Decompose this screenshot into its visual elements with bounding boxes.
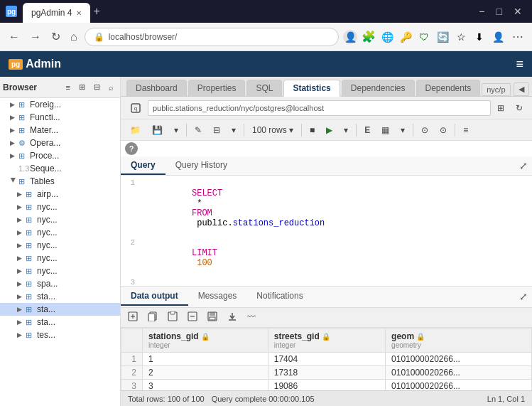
sidebar-item-sta1[interactable]: ▶ ⊞ sta...	[0, 290, 120, 303]
win-close-btn[interactable]: ✕	[509, 6, 526, 17]
col-header-streets-gid[interactable]: streets_gid 🔒 integer	[268, 328, 385, 352]
browser-tab[interactable]: pgAdmin 4 ✕	[23, 3, 90, 23]
chart-dropdown-btn[interactable]: ▾	[396, 123, 410, 137]
address-bar[interactable]: 🔒 localhost/browser/	[85, 28, 339, 46]
sidebar-item-sta3[interactable]: ▶ ⊞ sta...	[0, 316, 120, 328]
output-chart-btn[interactable]: 〰	[243, 310, 260, 324]
expand-query-btn[interactable]: ⤢	[515, 160, 532, 171]
sidebar-item-functi[interactable]: ▶ ⊞ Functi...	[0, 111, 120, 124]
stop-btn[interactable]: ■	[305, 123, 320, 137]
output-save-btn[interactable]	[203, 309, 222, 326]
output-paste-btn[interactable]	[163, 309, 182, 326]
output-area: Data output Messages Notifications ⤢	[121, 287, 532, 391]
sidebar-grid-btn[interactable]: ⊞	[75, 80, 89, 94]
col-header-geom[interactable]: geom 🔒 geometry	[386, 328, 532, 352]
edit-btn[interactable]: ✎	[190, 123, 207, 137]
rollback-btn[interactable]: ⊙	[435, 123, 452, 137]
tab-query[interactable]: Query	[121, 156, 165, 175]
extensions-icon: 🧩	[362, 30, 376, 44]
tree-item-label: Foreig...	[30, 100, 61, 109]
new-tab-btn[interactable]: +	[93, 5, 99, 18]
open-file-btn[interactable]: 📁	[125, 123, 146, 137]
commit-btn[interactable]: ⊙	[416, 123, 433, 137]
filter-btn[interactable]: ⊟	[208, 123, 225, 137]
output-copy-btn[interactable]	[143, 309, 162, 326]
rows-select-btn[interactable]: 100 rows ▾	[247, 123, 298, 137]
refresh-btn[interactable]: ↻	[48, 28, 63, 45]
sidebar-item-opera[interactable]: ▶ ⚙ Opera...	[0, 137, 120, 149]
code-editor[interactable]: 1 SELECT * FROM public.stations_reductio…	[121, 176, 532, 287]
forward-btn[interactable]: →	[27, 29, 44, 45]
tree-item-icon: ⚙	[18, 139, 28, 148]
tab-data-output[interactable]: Data output	[121, 287, 188, 306]
refresh-path-btn[interactable]: ↻	[511, 101, 528, 115]
home-btn[interactable]: ⌂	[67, 29, 80, 45]
paste-icon	[168, 311, 178, 321]
tab-messages[interactable]: Messages	[188, 287, 247, 306]
browser-toolbar-icons: 👤 🧩 🌐 🔑 🛡 🔄 ☆ ⬇ 👤 ⋯	[343, 28, 526, 45]
sidebar-item-nyc1[interactable]: ▶ ⊞ nyc...	[0, 201, 120, 213]
help-btn[interactable]: ?	[125, 142, 138, 155]
tree-item-label: Proce...	[30, 151, 59, 161]
explain-btn[interactable]: E	[359, 123, 375, 137]
sidebar-search-btn[interactable]: ⌕	[105, 80, 117, 94]
output-download-btn[interactable]	[223, 309, 241, 326]
table-row[interactable]: 2 2 17318 0101000020266...	[121, 365, 532, 379]
tab-dependencies[interactable]: Dependencies	[342, 80, 415, 96]
tab-context-label[interactable]: nyc/p	[482, 83, 510, 96]
tab-dependents[interactable]: Dependents	[416, 80, 481, 96]
sidebar-item-nyc2[interactable]: ▶ ⊞ nyc...	[0, 213, 120, 226]
sidebar-minus-btn[interactable]: ⊟	[90, 80, 104, 94]
output-add-btn[interactable]	[124, 309, 142, 326]
tab-close-btn[interactable]: ✕	[76, 9, 82, 17]
tab-dashboard[interactable]: Dashboard	[126, 80, 187, 96]
sidebar-item-foreign[interactable]: ▶ ⊞ Foreig...	[0, 98, 120, 111]
tree-item-icon: ⊞	[26, 241, 36, 250]
sidebar-item-airp[interactable]: ▶ ⊞ airp...	[0, 188, 120, 201]
sidebar-item-nyc4[interactable]: ▶ ⊞ nyc...	[0, 239, 120, 252]
sidebar-item-tables[interactable]: ▶ ⊞ Tables	[0, 175, 120, 188]
line-num-2: 2	[121, 238, 141, 247]
tab-title: pgAdmin 4	[31, 8, 72, 18]
sidebar-item-mater[interactable]: ▶ ⊞ Mater...	[0, 124, 120, 137]
table-row[interactable]: 1 1 17404 0101000020266...	[121, 352, 532, 365]
more-btn[interactable]: ⋯	[509, 28, 526, 45]
output-delete-btn[interactable]	[183, 309, 202, 326]
sidebar-item-tes[interactable]: ▶ ⊞ tes...	[0, 328, 120, 341]
filter-dropdown-btn[interactable]: ▾	[227, 123, 241, 137]
tab-statistics[interactable]: Statistics	[283, 80, 340, 97]
tab-prev-btn[interactable]: ◀	[514, 82, 529, 96]
query-icon-btn[interactable]: q	[125, 100, 146, 116]
win-max-btn[interactable]: □	[492, 6, 506, 17]
address-text: localhost/browser/	[109, 32, 178, 42]
save-btn[interactable]: 💾	[147, 123, 168, 137]
tab-properties[interactable]: Properties	[188, 80, 246, 96]
col-header-stations-gid[interactable]: stations_gid 🔒 integer	[143, 328, 268, 352]
data-table-container[interactable]: stations_gid 🔒 integer streets_gid 🔒 int…	[121, 328, 532, 391]
sidebar-item-sta2[interactable]: ▶ ⊞ sta...	[0, 303, 120, 316]
run-dropdown-btn[interactable]: ▾	[339, 123, 353, 137]
back-btn[interactable]: ←	[6, 29, 23, 45]
sidebar-list-btn[interactable]: ≡	[63, 80, 74, 94]
save-dropdown-btn[interactable]: ▾	[169, 123, 183, 137]
win-min-btn[interactable]: −	[474, 6, 489, 17]
tab-notifications[interactable]: Notifications	[246, 287, 313, 306]
pgadmin-menu-icon[interactable]: ≡	[516, 57, 523, 72]
sidebar-item-nyc3[interactable]: ▶ ⊞ nyc...	[0, 226, 120, 239]
sidebar-item-proce[interactable]: ▶ ⊞ Proce...	[0, 149, 120, 162]
tree-item-icon: 1.3	[18, 164, 28, 173]
table-row[interactable]: 3 3 19086 0101000020266...	[121, 379, 532, 390]
copy-path-btn[interactable]: ⊞	[492, 101, 509, 115]
sidebar-item-nyc5[interactable]: ▶ ⊞ nyc...	[0, 252, 120, 265]
chart-btn[interactable]: ▦	[376, 123, 394, 137]
sidebar-item-spa[interactable]: ▶ ⊞ spa...	[0, 277, 120, 290]
sidebar-item-nyc6[interactable]: ▶ ⊞ nyc...	[0, 265, 120, 277]
tree-item-icon: ⊞	[26, 190, 36, 199]
tab-query-history[interactable]: Query History	[165, 156, 237, 175]
tree-item-icon: ⊞	[26, 203, 36, 212]
expand-output-btn[interactable]: ⤢	[515, 291, 532, 302]
run-btn[interactable]: ▶	[321, 123, 337, 137]
sidebar-item-seque[interactable]: 1.3 Seque...	[0, 162, 120, 175]
tab-sql[interactable]: SQL	[246, 80, 282, 96]
macro-btn[interactable]: ≡	[458, 123, 473, 137]
